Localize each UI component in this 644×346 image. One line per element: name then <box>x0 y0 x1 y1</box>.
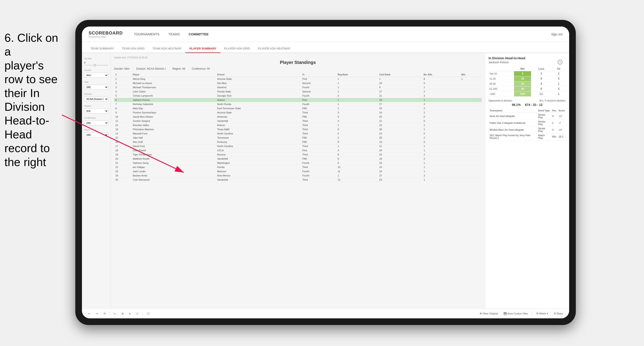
row-conf-rank: 21 <box>378 119 422 123</box>
row-reg-rank: 1 <box>336 144 378 148</box>
tab-team-h2h-heatmap[interactable]: TEAM H2H HEATMAP <box>148 45 185 53</box>
row-yr: Third <box>301 111 336 115</box>
close-button[interactable]: ✕ <box>558 60 562 65</box>
table-row[interactable]: 4 Luke Claton Florida State Second 1 27 … <box>114 90 482 94</box>
row-player: Jack Lundin <box>131 169 216 173</box>
refresh-button[interactable]: ⟳ <box>102 311 108 316</box>
nav-tournaments[interactable]: TOURNAMENTS <box>134 31 160 37</box>
row-player: Mats Ege <box>131 106 216 111</box>
division-select[interactable]: NCAA Division I <box>84 97 108 102</box>
tab-player-summary[interactable]: PLAYER SUMMARY <box>185 45 220 53</box>
tab-team-h2h-grid[interactable]: TEAM H2H GRID <box>118 45 148 53</box>
h2h-header-row: In Division Head-to-Head Jackson Koivun … <box>488 56 566 64</box>
row-num: 14 <box>114 132 131 136</box>
table-row[interactable]: 14 Maxwell Ford North Carolina Third 2 2… <box>114 132 482 136</box>
row-win <box>460 140 482 144</box>
row-win <box>460 153 482 157</box>
row-win <box>460 81 482 85</box>
table-row[interactable]: 19 Tiger Christensen Arizona Third 8 23 … <box>114 153 482 157</box>
row-win <box>460 148 482 153</box>
row-yr: Fourth <box>301 161 336 165</box>
row-rds: 1 <box>422 123 460 127</box>
row-player: Phichaksn Maichon <box>131 127 216 132</box>
table-row[interactable]: 10 Jacob Mou-Olesen Arkansas Fifth 5 25 … <box>114 115 482 119</box>
t-pos: 2 <box>551 120 558 127</box>
share-button[interactable]: ⬆ Share <box>552 311 565 316</box>
table-row[interactable]: 3 Michael Thorbjornsen Stanford Fourth 1… <box>114 85 482 90</box>
row-player: Christo Lamprecht <box>131 94 216 98</box>
row-school: Washington <box>216 161 301 165</box>
table-row[interactable]: 2 Michael La Sasso Ole Miss Second 1 10 … <box>114 81 482 85</box>
t-name: Mirabel Maui Jim Intercollegiate <box>488 127 537 133</box>
region-select[interactable]: N/A <box>84 109 108 113</box>
nav-teams[interactable]: TEAMS <box>168 31 180 37</box>
table-row[interactable]: 15 Jake Hall Tennessee Fifth 2 26 2 <box>114 136 482 140</box>
h2h-row: 11-25 20 9 5 <box>488 76 566 81</box>
table-row[interactable]: 24 Bastien Amat New Mexico Fourth 1 27 2 <box>114 173 482 178</box>
row-win <box>460 161 482 165</box>
undo-button[interactable]: ↩ <box>86 311 92 316</box>
play-button[interactable]: ▸ <box>128 311 132 316</box>
watch-button[interactable]: 👁 Watch ▾ <box>534 311 550 316</box>
table-row[interactable]: 9 Preston Summerhays Arizona State Third… <box>114 111 482 115</box>
clock-button[interactable]: 🕐 <box>145 311 152 316</box>
tab-player-h2h-grid[interactable]: PLAYER H2H GRID <box>220 45 254 53</box>
conference-select[interactable]: (All) <box>84 121 108 125</box>
table-row[interactable]: 6 Jackson Koivun Auburn First 1 18 1 <box>114 98 482 102</box>
redo-button[interactable]: ↪ <box>94 311 100 316</box>
h2h-col-win: Win <box>514 67 531 71</box>
h2h-tie: 1 <box>552 92 566 97</box>
cut-button[interactable]: ✄ <box>112 311 118 316</box>
sign-out-button[interactable]: Sign out <box>551 32 562 36</box>
row-conf-rank: 24 <box>378 169 422 173</box>
row-num: 3 <box>114 85 131 90</box>
player-select[interactable]: (All) <box>84 132 108 137</box>
h2h-title: In Division Head-to-Head <box>488 56 566 60</box>
table-row[interactable]: 13 Phichaksn Maichon Texas A&M Third 6 3… <box>114 127 482 132</box>
table-row[interactable]: 22 Ian Gilligan Florida Third 10 24 1 <box>114 165 482 169</box>
tab-team-summary[interactable]: TEAM SUMMARY <box>86 45 118 53</box>
table-row[interactable]: 1 Wenyi Ding Arizona State First 1 1 8 1 <box>114 77 482 81</box>
gender-select[interactable]: Men <box>84 73 108 78</box>
row-num: 15 <box>114 136 131 140</box>
table-row[interactable]: 11 Gordon Sargent Vanderbilt Third 4 21 … <box>114 119 482 123</box>
table-row[interactable]: 18 Luke Powell UCLA First 4 24 1 <box>114 148 482 153</box>
row-win <box>460 165 482 169</box>
region-section: Region N/A <box>84 105 108 113</box>
save-custom-view-button[interactable]: 💾 Save Custom View <box>502 311 530 316</box>
add-button[interactable]: ⊕ <box>120 311 125 316</box>
no-rds-section: No Rds. 6 <box>84 57 108 66</box>
table-row[interactable]: 21 Taehoon Song Washington Fourth 6 23 1 <box>114 161 482 165</box>
row-yr: First <box>301 148 336 153</box>
row-yr: Fourth <box>301 169 336 173</box>
row-player: Luke Powell <box>131 148 216 153</box>
year-select[interactable]: (All) <box>84 85 108 90</box>
table-row[interactable]: 23 Jack Lundin Missouri Fourth 11 24 1 <box>114 169 482 173</box>
slider-thumb[interactable] <box>94 64 96 66</box>
row-reg-rank: 2 <box>336 132 378 136</box>
table-row[interactable]: 25 Cole Sherwood Vanderbilt Third 12 23 … <box>114 178 482 182</box>
row-school: Auburn <box>216 123 301 127</box>
row-player: Wenyi Ding <box>131 77 216 81</box>
tab-player-h2h-heatmap[interactable]: PLAYER H2H HEATMAP <box>254 45 294 53</box>
opponents-label: Opponents in division: <box>488 99 512 102</box>
view-original-button[interactable]: 👁 View: Original <box>478 311 500 316</box>
row-rds: 2 <box>422 94 460 98</box>
table-row[interactable]: 17 David Ford North Carolina Third 1 21 … <box>114 144 482 148</box>
table-row[interactable]: 12 Brendan Valles Auburn Third 1 22 1 <box>114 123 482 127</box>
row-school: UCLA <box>216 148 301 153</box>
table-row[interactable]: 8 Mats Ege East Tennessee State Fifth 1 … <box>114 106 482 111</box>
table-row[interactable]: 20 Matthew Riedel Vanderbilt Fifth 6 18 … <box>114 157 482 161</box>
nav-committee[interactable]: COMMITTEE <box>189 31 208 37</box>
view-button[interactable]: ◻ <box>135 311 140 316</box>
row-win <box>460 157 482 161</box>
logo-text: SCOREBOARD <box>88 30 123 36</box>
year-label: Year <box>84 81 108 83</box>
row-school: Georgia Tech <box>216 94 301 98</box>
table-row[interactable]: 5 Christo Lamprecht Georgia Tech Fourth … <box>114 94 482 98</box>
table-row[interactable]: 16 Alex Goff Kentucky Fifth 8 19 0 <box>114 140 482 144</box>
row-rds: 2 <box>422 90 460 94</box>
row-school: North Carolina <box>216 144 301 148</box>
table-row[interactable]: 7 Nicholas Gabrelcik North Florida Fourt… <box>114 102 482 106</box>
no-rds-slider[interactable] <box>84 65 108 66</box>
